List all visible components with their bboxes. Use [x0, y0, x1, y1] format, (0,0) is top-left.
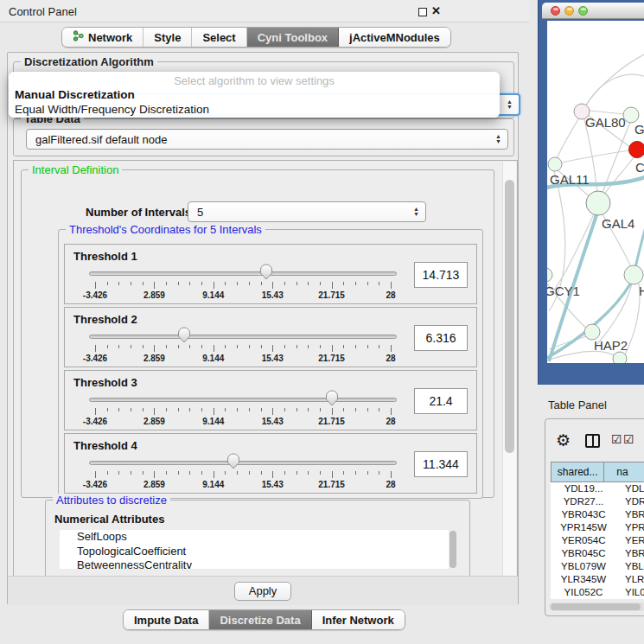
table-row[interactable]: YBR045CYBR045C [551, 547, 644, 560]
tick [343, 471, 344, 475]
threshold-value-field[interactable]: 6.316 [414, 325, 468, 351]
tick-label: -3.426 [83, 290, 107, 300]
cell-shared-name: YDR27... [551, 495, 616, 508]
network-edge[interactable] [585, 74, 644, 107]
network-node-label: GAL80 [585, 115, 626, 130]
tick [296, 408, 297, 411]
table-data-combobox[interactable]: galFiltered.sif default node ▲▼ [26, 129, 508, 150]
tab-label: Discretize Data [220, 614, 300, 627]
combo-stepper-icon[interactable]: ▲▼ [413, 207, 419, 217]
slider-thumb[interactable] [177, 327, 191, 343]
slider-thumb-zone [89, 327, 397, 344]
tab-cyni-toolbox[interactable]: Cyni Toolbox [247, 28, 339, 47]
tab-style[interactable]: Style [143, 28, 192, 47]
algorithm-option[interactable]: Manual Discretization [15, 88, 135, 101]
table-row[interactable]: YBL079WYBL079W [551, 560, 644, 573]
split-columns-icon[interactable] [585, 434, 600, 448]
slider-thumb[interactable] [325, 390, 339, 406]
tick [166, 282, 167, 285]
network-canvas[interactable]: GAL80GACGAL11GAL4GCY1HHAP2 [547, 21, 644, 363]
network-node[interactable] [586, 191, 610, 215]
network-node[interactable] [629, 142, 644, 158]
network-node[interactable] [613, 352, 627, 363]
network-edge[interactable] [590, 111, 624, 114]
settings-gear-icon[interactable]: ⚙ [556, 430, 571, 450]
checkbox-checked-icon[interactable]: ☑ [611, 432, 622, 446]
network-edge[interactable] [583, 52, 644, 109]
column-header-shared-name[interactable]: shared... [551, 462, 604, 482]
tick [154, 408, 155, 415]
attribute-item[interactable]: TopologicalCoefficient [60, 545, 457, 559]
tick [166, 345, 167, 348]
combo-stepper-icon[interactable]: ▲▼ [495, 134, 501, 144]
cell-shared-name: YBL079W [551, 560, 616, 573]
tick [178, 408, 179, 411]
slider-thumb-zone [89, 264, 397, 281]
settings-scroll-area: Interval Definition Number of Intervals … [13, 160, 518, 577]
tab-infer-network[interactable]: Infer Network [312, 610, 405, 629]
tick [95, 471, 96, 478]
tab-label: Cyni Toolbox [258, 31, 328, 44]
close-traffic-light-icon[interactable] [551, 6, 560, 16]
slider-ticks [95, 345, 391, 353]
network-node[interactable] [623, 107, 639, 123]
tick [107, 471, 108, 475]
slider-thumb[interactable] [226, 453, 240, 469]
threshold-value-field[interactable]: 11.344 [414, 451, 468, 477]
checkbox-checked-icon[interactable]: ☑ [623, 432, 634, 446]
tab-select[interactable]: Select [192, 28, 246, 47]
column-header-name[interactable]: na [604, 462, 644, 482]
threshold-value-field[interactable]: 21.4 [414, 388, 468, 414]
network-node[interactable] [548, 157, 562, 171]
numerical-attributes-list[interactable]: SelfLoopsTopologicalCoefficientBetweenne… [60, 530, 457, 569]
attributes-scrollbar[interactable] [449, 530, 457, 569]
tick [308, 282, 309, 285]
network-edge[interactable] [597, 284, 632, 344]
tick [343, 282, 344, 285]
tick [154, 471, 155, 478]
tab-jactivemnodules[interactable]: jActiveMNodules [339, 28, 450, 47]
tab-network[interactable]: Network [62, 28, 143, 47]
table-row[interactable]: YDL19...YDL19... [551, 482, 644, 495]
tab-discretize-data[interactable]: Discretize Data [209, 610, 311, 629]
table-hscrollbar-track[interactable] [549, 603, 644, 611]
cell-name: YIL052C [616, 586, 644, 599]
attribute-item[interactable]: BetweennessCentrality [60, 558, 457, 569]
network-node[interactable] [547, 268, 552, 282]
table-row[interactable]: YPR145WYPR145W [551, 521, 644, 534]
network-window-titlebar[interactable] [542, 3, 644, 19]
network-node[interactable] [624, 265, 643, 284]
zoom-traffic-light-icon[interactable] [578, 6, 588, 16]
table-row[interactable]: YLR345WYLR345W [551, 573, 644, 586]
tab-impute-data[interactable]: Impute Data [124, 610, 209, 629]
combo-stepper-icon[interactable]: ▲▼ [507, 99, 513, 110]
threshold-value-field[interactable]: 14.713 [414, 262, 468, 288]
apply-button[interactable]: Apply [234, 582, 291, 601]
group-thresholds: Threshold's Coordinates for 5 Intervals … [58, 229, 483, 499]
tick [131, 408, 131, 411]
float-window-icon[interactable] [418, 8, 427, 16]
minimize-traffic-light-icon[interactable] [564, 6, 574, 16]
network-edge[interactable] [556, 118, 579, 161]
cell-shared-name: YBR043C [551, 508, 616, 521]
tick [320, 471, 321, 475]
tick [249, 471, 250, 475]
algorithm-option[interactable]: Equal Width/Frequency Discretization [15, 103, 209, 116]
table-row[interactable]: YBR043CYBR043C [551, 508, 644, 521]
tick [343, 408, 344, 411]
network-edge-highlighted[interactable] [634, 226, 644, 271]
number-of-intervals-combobox[interactable]: 5 ▲▼ [188, 201, 426, 222]
network-edge[interactable] [562, 150, 629, 163]
tick [296, 282, 297, 285]
slider-thumb[interactable] [259, 264, 273, 280]
cell-shared-name: YPR145W [551, 521, 616, 534]
cell-name: YBL079W [616, 560, 644, 573]
table-hscrollbar-thumb[interactable] [551, 603, 641, 610]
table-row[interactable]: YDR27...YDR27... [551, 495, 644, 508]
close-icon[interactable]: ✕ [431, 4, 441, 17]
tab-label: Infer Network [322, 614, 394, 627]
settings-scrollbar-thumb[interactable] [505, 180, 514, 453]
attribute-item[interactable]: SelfLoops [60, 530, 457, 545]
table-row[interactable]: YIL052CYIL052C [551, 586, 644, 599]
table-row[interactable]: YER054CYER054C [551, 534, 644, 547]
